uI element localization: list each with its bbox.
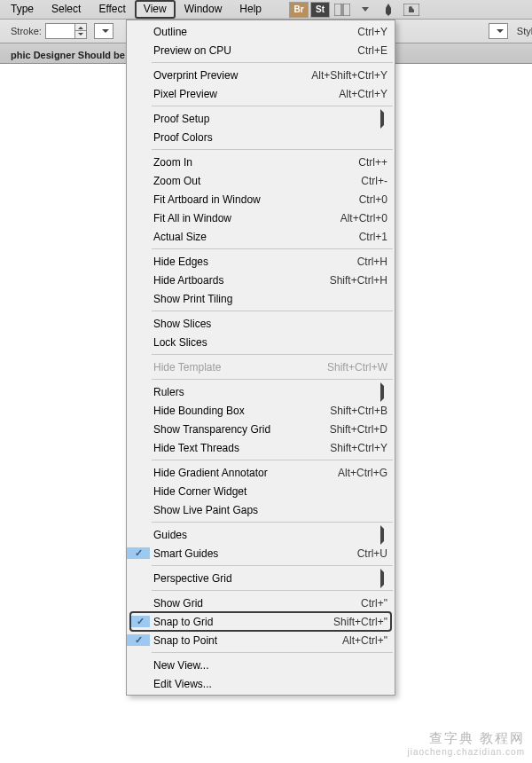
watermark-line1: 查字典 教程网 [407, 730, 525, 747]
menu-item-label: Guides [150, 529, 375, 541]
menu-item-shortcut: Ctrl+U [348, 547, 387, 560]
menu-item-shortcut: Shift+Ctrl+H [321, 274, 387, 287]
menu-item-fit-artboard-in-window[interactable]: Fit Artboard in WindowCtrl+0 [127, 190, 395, 208]
menu-item-show-live-paint-gaps[interactable]: Show Live Paint Gaps [127, 500, 395, 519]
menu-item-label: Actual Size [150, 231, 350, 243]
menu-item-edit-views[interactable]: Edit Views... [127, 674, 395, 693]
touch-icon[interactable] [402, 2, 421, 18]
menubar: TypeSelectEffectViewWindowHelp Br St [0, 0, 532, 20]
stroke-profile-select[interactable] [94, 23, 113, 39]
menu-item-outline[interactable]: OutlineCtrl+Y [127, 22, 395, 41]
stock-icon[interactable]: St [310, 2, 330, 18]
menu-item-label: Proof Setup [150, 113, 375, 125]
menu-window[interactable]: Window [176, 0, 231, 19]
menu-item-proof-colors[interactable]: Proof Colors [127, 128, 395, 146]
menu-item-shortcut: Shift+Ctrl+Y [321, 442, 387, 454]
menu-item-zoom-in[interactable]: Zoom InCtrl++ [127, 153, 395, 171]
menu-item-label: Outline [150, 26, 348, 38]
menu-item-actual-size[interactable]: Actual SizeCtrl+1 [127, 227, 395, 246]
menu-effect[interactable]: Effect [90, 0, 134, 19]
watermark: 查字典 教程网 jiaocheng.chazidian.com [407, 730, 525, 758]
menu-item-preview-on-cpu[interactable]: Preview on CPUCtrl+E [127, 41, 395, 59]
menu-item-shortcut: Alt+Ctrl+" [333, 634, 387, 647]
menu-item-hide-edges[interactable]: Hide EdgesCtrl+H [127, 252, 395, 271]
menu-item-show-grid[interactable]: Show GridCtrl+" [127, 594, 395, 612]
menu-item-show-transparency-grid[interactable]: Show Transparency GridShift+Ctrl+D [127, 420, 395, 438]
gpu-rocket-icon[interactable] [379, 2, 398, 18]
menu-item-proof-setup[interactable]: Proof Setup [127, 109, 395, 128]
svg-marker-2 [362, 7, 369, 12]
menu-separator [152, 311, 393, 311]
menu-item-snap-to-point[interactable]: Snap to PointAlt+Ctrl+" [127, 631, 395, 649]
menu-item-hide-gradient-annotator[interactable]: Hide Gradient AnnotatorAlt+Ctrl+G [127, 463, 395, 482]
menu-item-shortcut: Alt+Ctrl+0 [332, 212, 387, 224]
menu-item-label: Lock Slices [150, 336, 387, 349]
menu-view[interactable]: View [135, 0, 176, 19]
menu-help[interactable]: Help [231, 0, 270, 19]
submenu-arrow-icon [375, 529, 387, 541]
menu-item-label: Rulers [150, 386, 375, 398]
brush-select[interactable] [489, 23, 508, 39]
menu-item-shortcut: Ctrl+H [348, 256, 387, 268]
menu-item-hide-corner-widget[interactable]: Hide Corner Widget [127, 482, 395, 500]
menu-item-hide-text-threads[interactable]: Hide Text ThreadsShift+Ctrl+Y [127, 438, 395, 457]
menu-item-lock-slices[interactable]: Lock Slices [127, 333, 395, 351]
menu-item-rulers[interactable]: Rulers [127, 382, 395, 401]
svg-rect-1 [343, 4, 350, 16]
menu-separator [152, 379, 393, 380]
menu-separator [152, 460, 393, 460]
menu-item-label: Hide Template [150, 361, 318, 374]
stroke-weight-input[interactable] [46, 26, 74, 36]
menu-item-overprint-preview[interactable]: Overprint PreviewAlt+Shift+Ctrl+Y [127, 66, 395, 84]
step-up-icon[interactable] [75, 24, 86, 31]
menu-item-snap-to-grid[interactable]: Snap to GridShift+Ctrl+" [130, 612, 391, 631]
menu-item-hide-artboards[interactable]: Hide ArtboardsShift+Ctrl+H [127, 271, 395, 289]
menu-item-label: Fit Artboard in Window [150, 193, 350, 206]
menu-separator [152, 248, 393, 249]
menu-item-zoom-out[interactable]: Zoom OutCtrl+- [127, 171, 395, 190]
menu-item-show-slices[interactable]: Show Slices [127, 314, 395, 333]
menu-type[interactable]: Type [2, 0, 43, 19]
menu-item-shortcut: Alt+Shift+Ctrl+Y [302, 69, 387, 82]
view-menu-dropdown: OutlineCtrl+YPreview on CPUCtrl+EOverpri… [126, 20, 395, 696]
menu-item-shortcut: Ctrl+Y [348, 26, 387, 38]
bridge-icon[interactable]: Br [289, 2, 309, 18]
menu-item-shortcut: Shift+Ctrl+W [318, 361, 387, 374]
menu-item-label: Preview on CPU [150, 44, 348, 57]
stroke-weight-field[interactable] [45, 23, 87, 39]
menu-item-shortcut: Shift+Ctrl+" [325, 616, 387, 628]
menu-item-label: Hide Corner Widget [150, 485, 387, 498]
menu-item-new-view[interactable]: New View... [127, 656, 395, 674]
menu-item-smart-guides[interactable]: Smart GuidesCtrl+U [127, 544, 395, 562]
menu-item-label: Show Live Paint Gaps [150, 504, 387, 516]
menu-separator [152, 652, 393, 653]
menu-item-shortcut: Ctrl+E [348, 44, 387, 57]
menu-item-label: Zoom Out [150, 175, 352, 187]
step-down-icon[interactable] [75, 31, 86, 38]
menu-item-show-print-tiling[interactable]: Show Print Tiling [127, 289, 395, 308]
arrange-dropdown-icon[interactable] [356, 2, 375, 18]
menu-item-hide-bounding-box[interactable]: Hide Bounding BoxShift+Ctrl+B [127, 401, 395, 420]
menu-item-shortcut: Shift+Ctrl+D [321, 423, 387, 436]
menu-item-perspective-grid[interactable]: Perspective Grid [127, 569, 395, 587]
menu-select[interactable]: Select [43, 0, 90, 19]
check-icon [127, 634, 150, 646]
menu-item-shortcut: Ctrl+" [352, 597, 387, 610]
menu-item-pixel-preview[interactable]: Pixel PreviewAlt+Ctrl+Y [127, 84, 395, 103]
menu-item-label: Proof Colors [150, 131, 387, 144]
menu-item-shortcut: Ctrl++ [349, 156, 387, 169]
menu-item-shortcut: Ctrl+- [352, 175, 387, 187]
menu-separator [152, 149, 393, 150]
svg-rect-0 [334, 4, 341, 16]
menu-item-guides[interactable]: Guides [127, 525, 395, 544]
menu-item-label: Hide Gradient Annotator [150, 467, 329, 479]
arrange-documents-icon[interactable] [332, 2, 352, 18]
menu-item-label: Hide Artboards [150, 274, 321, 287]
menu-item-fit-all-in-window[interactable]: Fit All in WindowAlt+Ctrl+0 [127, 208, 395, 227]
menu-separator [152, 354, 393, 355]
menu-item-label: Overprint Preview [150, 69, 302, 82]
menu-separator [152, 62, 393, 63]
menu-item-shortcut: Ctrl+0 [350, 193, 387, 206]
menu-separator [152, 106, 393, 106]
menu-item-label: Show Grid [150, 597, 352, 610]
